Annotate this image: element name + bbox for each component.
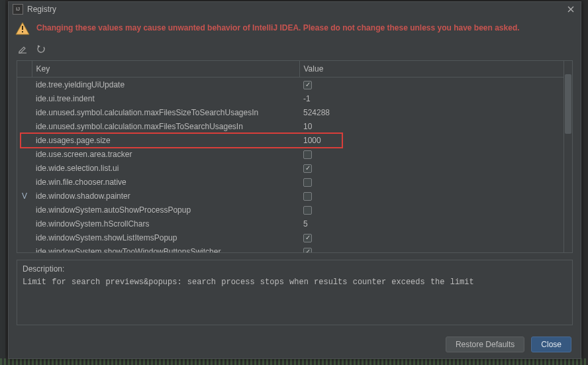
row-value[interactable] [299,189,564,203]
table-row[interactable]: ide.ui.tree.indent-1 [17,91,564,105]
table-row[interactable]: ide.windowSystem.hScrollChars5 [17,217,564,231]
value-checkbox[interactable] [303,164,312,173]
row-mark [17,175,32,189]
row-mark [17,133,32,147]
row-value[interactable] [299,161,564,175]
description-text: Limit for search previews&popups: search… [23,278,567,287]
dialog-title: Registry [27,5,565,14]
row-mark [17,231,32,244]
row-mark [17,91,32,105]
value-checkbox[interactable] [303,178,312,187]
registry-table-wrap: Key Value ide.tree.yieldingUiUpdateide.u… [17,60,573,253]
col-mark-header[interactable] [17,61,32,78]
table-row[interactable]: ide.windowSystem.autoShowProcessPopup [17,203,564,217]
row-mark [17,217,32,231]
col-value-header[interactable]: Value [299,61,564,78]
row-key: ide.wide.selection.list.ui [32,161,299,175]
value-checkbox[interactable] [303,81,312,89]
row-value[interactable]: 1000 [299,133,564,147]
row-mark [17,105,32,119]
row-value[interactable]: 10 [299,119,564,133]
close-icon[interactable] [565,3,577,15]
row-key: ide.tree.yieldingUiUpdate [32,78,299,92]
table-row[interactable]: ide.wide.selection.list.ui [17,161,564,175]
row-mark [17,161,32,175]
svg-rect-1 [22,26,23,30]
row-mark [17,244,32,252]
row-key: ide.win.file.chooser.native [32,175,299,189]
registry-dialog: IJ Registry Changing these values may ca… [8,1,581,359]
row-value[interactable]: 524288 [299,105,564,119]
table-row[interactable]: ide.tree.yieldingUiUpdate [17,78,564,92]
titlebar: IJ Registry [9,2,581,17]
table-row[interactable]: ide.unused.symbol.calculation.maxFilesTo… [17,119,564,133]
button-row: Restore Defaults Close [9,333,581,356]
row-value[interactable] [299,203,564,217]
row-key: ide.use.screen.area.tracker [32,147,299,161]
restore-defaults-button[interactable]: Restore Defaults [446,337,524,352]
warning-icon [15,22,30,35]
row-mark: V [17,189,32,203]
registry-table[interactable]: Key Value ide.tree.yieldingUiUpdateide.u… [17,61,564,252]
row-key: ide.windowSystem.showTooWindowButtonsSwi… [32,244,299,252]
row-value[interactable] [299,244,564,252]
table-row[interactable]: ide.usages.page.size1000 [17,133,564,147]
description-label: Description: [23,264,567,274]
table-row[interactable]: ide.windowSystem.showListItemsPopup [17,231,564,244]
row-key: ide.window.shadow.painter [32,189,299,203]
warning-text: Changing these values may cause unwanted… [36,23,520,34]
revert-icon[interactable] [35,43,47,55]
table-scrollbar[interactable] [564,61,572,252]
table-row[interactable]: Vide.window.shadow.painter [17,189,564,203]
row-key: ide.ui.tree.indent [32,91,299,105]
row-value[interactable] [299,231,564,244]
svg-rect-2 [22,31,23,32]
row-key: ide.windowSystem.showListItemsPopup [32,231,299,244]
table-row[interactable]: ide.unused.symbol.calculation.maxFilesSi… [17,105,564,119]
row-value[interactable] [299,175,564,189]
value-checkbox[interactable] [303,248,312,252]
row-value[interactable]: 5 [299,217,564,231]
col-key-header[interactable]: Key [32,61,299,78]
value-checkbox[interactable] [303,206,312,215]
row-mark [17,119,32,133]
value-checkbox[interactable] [303,150,312,159]
row-value[interactable]: -1 [299,91,564,105]
value-checkbox[interactable] [303,192,312,201]
scroll-thumb[interactable] [565,74,571,134]
row-value[interactable] [299,147,564,161]
warning-row: Changing these values may cause unwanted… [9,17,581,42]
table-header-row: Key Value [17,61,564,78]
row-value[interactable] [299,78,564,92]
edit-icon[interactable] [17,43,28,55]
toolbar [9,42,581,56]
row-mark [17,147,32,161]
table-row[interactable]: ide.windowSystem.showTooWindowButtonsSwi… [17,244,564,252]
row-key: ide.usages.page.size [32,133,299,147]
table-row[interactable]: ide.use.screen.area.tracker [17,147,564,161]
description-box: Description: Limit for search previews&p… [17,260,573,325]
value-checkbox[interactable] [303,234,312,242]
row-mark [17,78,32,92]
row-key: ide.windowSystem.hScrollChars [32,217,299,231]
row-key: ide.unused.symbol.calculation.maxFilesSi… [32,105,299,119]
row-key: ide.windowSystem.autoShowProcessPopup [32,203,299,217]
table-row[interactable]: ide.win.file.chooser.native [17,175,564,189]
row-key: ide.unused.symbol.calculation.maxFilesTo… [32,119,299,133]
app-icon: IJ [13,4,23,15]
svg-marker-3 [38,45,40,48]
close-button[interactable]: Close [531,337,571,352]
row-mark [17,203,32,217]
